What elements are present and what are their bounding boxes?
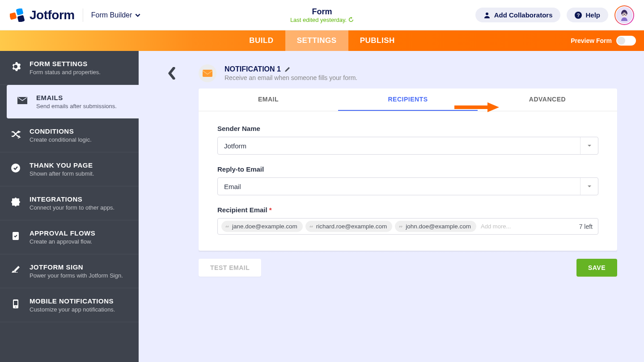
dropdown-caret[interactable] [580,178,598,195]
sidebar-item-sub: Create conditional logic. [30,136,92,143]
sidebar-item-sub: Send emails after submissions. [36,103,117,109]
required-asterisk: * [269,206,272,214]
sidebar-item-approval-flows[interactable]: APPROVAL FLOWSCreate an approval flow. [0,220,139,254]
sidebar-item-emails[interactable]: EMAILSSend emails after submissions. [7,85,139,118]
logo-icon [10,8,26,22]
recipient-label-text: Recipient Email [217,206,267,214]
user-icon [483,12,491,19]
settings-panel: EMAIL RECIPIENTS ADVANCED Sender Name Jo… [199,88,617,251]
revert-icon[interactable] [348,17,354,22]
logo-text: Jotform [30,8,75,22]
topbar: Jotform Form Builder Form Last edited ye… [0,0,644,30]
selector-label: Form Builder [91,11,132,19]
sidebar-item-jotform-sign[interactable]: JOTFORM SIGNPower your forms with Jotfor… [0,254,139,288]
svg-rect-0 [10,12,17,20]
logo[interactable]: Jotform [10,8,75,22]
avatar-icon [617,8,632,23]
svg-text:?: ? [577,13,580,18]
sidebar-item-sub: Power your forms with Jotform Sign. [30,272,123,279]
gear-icon [10,61,21,72]
mobile-icon [10,298,21,310]
notification-title-text: NOTIFICATION 1 [225,65,281,73]
reply-to-value: Email [218,178,580,195]
svg-point-3 [486,13,488,15]
svg-rect-2 [17,15,25,22]
chevron-left-icon [167,67,177,80]
recipient-email-label: Recipient Email * [217,206,598,214]
recipient-chip[interactable]: jane.doe@example.com [221,221,303,232]
sidebar-item-sub: Create an approval flow. [30,238,95,245]
sidebar-item-label: APPROVAL FLOWS [30,229,95,237]
add-more-placeholder[interactable]: Add more... [479,221,576,232]
signature-icon [10,264,21,276]
form-builder-selector[interactable]: Form Builder [91,11,141,19]
sidebar-item-label: CONDITIONS [30,127,92,135]
question-icon: ? [575,12,582,19]
navbar: BUILD SETTINGS PUBLISH Preview Form [0,30,644,51]
sidebar-item-sub: Form status and properties. [30,69,101,76]
sidebar-item-mobile-notifications[interactable]: MOBILE NOTIFICATIONSCustomize your app n… [0,288,139,322]
save-button[interactable]: SAVE [576,259,617,277]
svg-point-15 [15,307,16,307]
sender-name-select[interactable]: Jotform [217,137,598,155]
chip-text: jane.doe@example.com [232,223,297,230]
content: NOTIFICATION 1 Receive an email when som… [139,51,644,362]
sidebar-item-sub: Connect your form to other apps. [30,204,114,211]
sidebar-item-label: JOTFORM SIGN [30,263,123,271]
reply-to-select[interactable]: Email [217,177,598,195]
notification-title: NOTIFICATION 1 [225,65,357,73]
chevron-down-icon [135,12,141,18]
tab-build[interactable]: BUILD [237,30,285,51]
sidebar-item-label: INTEGRATIONS [30,195,114,203]
add-collab-label: Add Collaborators [494,11,553,19]
recipient-chip[interactable]: john.doe@example.com [395,221,476,232]
svg-rect-1 [16,8,23,16]
sidebar-item-integrations[interactable]: INTEGRATIONSConnect your form to other a… [0,186,139,220]
sidebar: FORM SETTINGSForm status and properties.… [0,51,139,362]
preview-form: Preview Form [571,30,636,51]
last-edited-text: Last edited yesterday. [290,17,347,23]
preview-form-label: Preview Form [571,37,612,44]
tab-settings[interactable]: SETTINGS [285,30,348,51]
sidebar-item-label: MOBILE NOTIFICATIONS [30,297,115,305]
back-button[interactable] [165,67,178,80]
avatar[interactable] [614,5,634,25]
tab-publish[interactable]: PUBLISH [348,30,407,51]
link-icon [398,224,403,229]
help-button[interactable]: ? Help [567,8,608,22]
recipient-email-input[interactable]: jane.doe@example.com richard.roe@example… [217,218,598,235]
sender-name-label: Sender Name [217,125,598,132]
notification-desc: Receive an email when someone fills your… [225,74,357,81]
sidebar-item-thank-you[interactable]: THANK YOU PAGEShown after form submit. [0,152,139,186]
sidebar-item-form-settings[interactable]: FORM SETTINGSForm status and properties. [0,51,139,85]
shuffle-icon [10,128,21,140]
caret-down-icon [587,184,592,189]
sidebar-item-sub: Customize your app notifications. [30,306,115,313]
test-email-button[interactable]: TEST EMAIL [199,259,261,277]
link-icon [225,224,229,229]
add-collaborators-button[interactable]: Add Collaborators [475,8,561,22]
panel-tab-email[interactable]: EMAIL [199,88,338,111]
recipients-left-count: 7 left [579,223,594,230]
recipient-chip[interactable]: richard.roe@example.com [305,221,393,232]
divider [83,8,83,22]
form-title-block: Form Last edited yesterday. [290,7,354,23]
pencil-icon[interactable] [284,67,290,72]
help-label: Help [585,11,600,19]
form-title[interactable]: Form [290,7,354,17]
last-edited: Last edited yesterday. [290,17,354,23]
sidebar-item-label: THANK YOU PAGE [30,161,94,169]
preview-toggle[interactable] [616,36,636,46]
email-icon [17,95,28,106]
sidebar-item-label: FORM SETTINGS [30,60,101,67]
panel-tab-advanced[interactable]: ADVANCED [478,88,617,111]
panel-tab-recipients[interactable]: RECIPIENTS [338,88,478,111]
sidebar-item-sub: Shown after form submit. [30,170,94,177]
caret-down-icon [587,143,592,148]
dropdown-caret[interactable] [580,137,598,154]
chip-text: richard.roe@example.com [316,223,387,230]
sidebar-item-conditions[interactable]: CONDITIONSCreate conditional logic. [0,118,139,152]
chip-text: john.doe@example.com [406,223,471,230]
clipboard-check-icon [10,230,21,242]
sender-name-value: Jotform [218,137,580,154]
